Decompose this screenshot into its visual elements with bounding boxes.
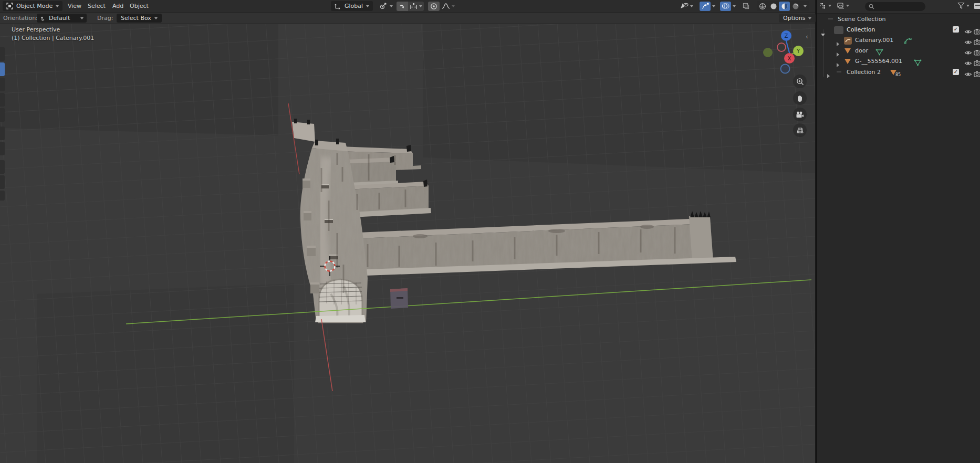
chevron-down-icon (452, 5, 455, 7)
chevron-down-icon (80, 17, 84, 19)
search-icon (869, 4, 874, 9)
curve-object-icon (844, 37, 852, 45)
view-name-overlay: User Perspective (1) Collection | Catena… (12, 26, 94, 41)
tool-button[interactable] (0, 47, 5, 61)
chevron-down-icon (56, 5, 59, 7)
pan-hand-icon (796, 94, 804, 102)
tool-settings-bar: Orientation: Default Drag: Select Box Op… (0, 13, 815, 24)
pan-button[interactable] (793, 91, 807, 105)
cube-object[interactable] (390, 288, 408, 309)
zoom-button[interactable] (793, 75, 807, 88)
shading-wireframe-icon (759, 3, 766, 10)
orientation-dropdown[interactable]: Default (37, 14, 87, 23)
ortho-toggle-button[interactable] (793, 123, 807, 137)
tool-button[interactable] (0, 127, 5, 140)
collection-checkbox[interactable]: ✓ (953, 26, 959, 33)
collection-checkbox[interactable]: ✓ (953, 69, 959, 75)
hide-eye-icon[interactable] (964, 69, 972, 79)
active-tool-button[interactable] (0, 62, 5, 76)
mode-dropdown-label: Object Mode (16, 3, 53, 9)
gizmo-neg-z[interactable] (781, 65, 790, 73)
zoom-icon (796, 78, 804, 86)
outliner-row-door[interactable]: door (817, 46, 980, 56)
outliner-search-input[interactable] (865, 2, 925, 11)
menu-add[interactable]: Add (110, 0, 126, 12)
chevron-down-icon (733, 5, 736, 7)
shading-material-button[interactable] (779, 2, 790, 11)
tool-button[interactable] (0, 93, 5, 107)
options-dropdown[interactable]: Options (779, 14, 816, 23)
blender-window: User Perspective (1) Collection | Catena… (0, 0, 980, 463)
overlays-toggle-button[interactable] (720, 2, 731, 11)
expand-arrow-icon[interactable] (837, 42, 839, 46)
expand-arrow-icon[interactable] (837, 52, 839, 57)
gizmo-z-label: Z (785, 33, 788, 39)
chevron-down-icon (804, 5, 807, 7)
snap-with-icon (410, 3, 418, 9)
gizmo-toggle-button[interactable] (700, 2, 711, 11)
shading-rendered-icon (792, 3, 799, 10)
orientation-dropdown-value: Default (49, 15, 70, 22)
outliner-item-label: Collection (847, 26, 875, 33)
outliner-item-label: Catenary.001 (855, 37, 893, 44)
camera-view-button[interactable] (793, 108, 807, 121)
proportional-edit-button[interactable] (428, 2, 440, 11)
outliner-item-label: door (855, 47, 868, 54)
outliner-row-catenary[interactable]: Catenary.001 (817, 36, 980, 46)
chevron-down-icon (712, 5, 715, 7)
shading-solid-icon (770, 3, 777, 10)
shading-solid-button[interactable] (768, 2, 779, 11)
chevron-down-icon (154, 17, 158, 19)
snap-with-button[interactable] (408, 2, 424, 11)
shading-wireframe-button[interactable] (757, 2, 768, 11)
expand-arrow-icon[interactable] (837, 63, 839, 67)
snap-toggle-button[interactable] (397, 2, 408, 11)
collapse-sidebar-icon[interactable]: ‹ (806, 33, 808, 40)
outliner-row-collection2[interactable]: Collection 2 85 ✓ (817, 68, 980, 78)
tool-button[interactable] (0, 191, 5, 201)
xray-toggle-button[interactable] (741, 2, 752, 11)
filter-dropdown[interactable] (957, 2, 969, 9)
menu-view[interactable]: View (66, 0, 84, 12)
gizmo-neg-y[interactable] (763, 48, 773, 57)
menu-select[interactable]: Select (86, 0, 108, 12)
viewport-canvas[interactable] (0, 0, 815, 463)
tool-button[interactable] (0, 78, 5, 91)
gizmo-toggle-icon (702, 3, 709, 10)
outliner-row-g555564[interactable]: G-__555564.001 (817, 57, 980, 67)
tool-button[interactable] (0, 175, 5, 189)
active-object-label: (1) Collection | Catenary.001 (12, 35, 94, 41)
camera-visibility-icon[interactable] (974, 58, 980, 68)
hide-eye-icon[interactable] (964, 58, 972, 68)
outliner-row-scene-collection[interactable]: Scene Collection (817, 15, 980, 25)
magnet-icon (399, 3, 406, 10)
outliner-item-label: Scene Collection (838, 16, 885, 23)
toolbar-sliver[interactable] (0, 47, 5, 201)
overlays-toggle-icon (722, 3, 729, 9)
falloff-dropdown[interactable] (440, 2, 456, 11)
outliner-editor-dropdown[interactable] (819, 2, 831, 9)
gate-arch (315, 279, 366, 322)
tool-button[interactable] (0, 142, 5, 155)
drag-dropdown[interactable]: Select Box (117, 14, 162, 23)
camera-visibility-icon[interactable] (974, 69, 980, 79)
tool-button[interactable] (0, 108, 5, 122)
new-collection-icon[interactable] (974, 3, 980, 9)
orientation-global-label: Global (345, 3, 363, 9)
gizmo-neg-x[interactable] (777, 43, 786, 51)
orientation-label: Orientation: (3, 15, 38, 22)
expand-arrow-icon[interactable] (827, 74, 830, 78)
chevron-down-icon (366, 5, 369, 7)
shading-rendered-button[interactable] (790, 2, 801, 11)
visibility-dropdown[interactable] (677, 2, 695, 11)
transform-orientation-dropdown[interactable]: Global (331, 1, 373, 11)
menu-object[interactable]: Object (128, 0, 151, 12)
outliner-tree: Scene Collection Collection ✓ Catenary.0… (817, 14, 980, 161)
tool-button[interactable] (0, 160, 5, 174)
snap-target-button[interactable] (377, 2, 389, 11)
drag-dropdown-value: Select Box (121, 15, 151, 22)
display-mode-dropdown[interactable] (837, 2, 849, 9)
mode-dropdown[interactable]: Object Mode (3, 1, 62, 11)
outliner-row-collection[interactable]: Collection ✓ (817, 25, 980, 35)
visibility-icon (680, 3, 689, 9)
